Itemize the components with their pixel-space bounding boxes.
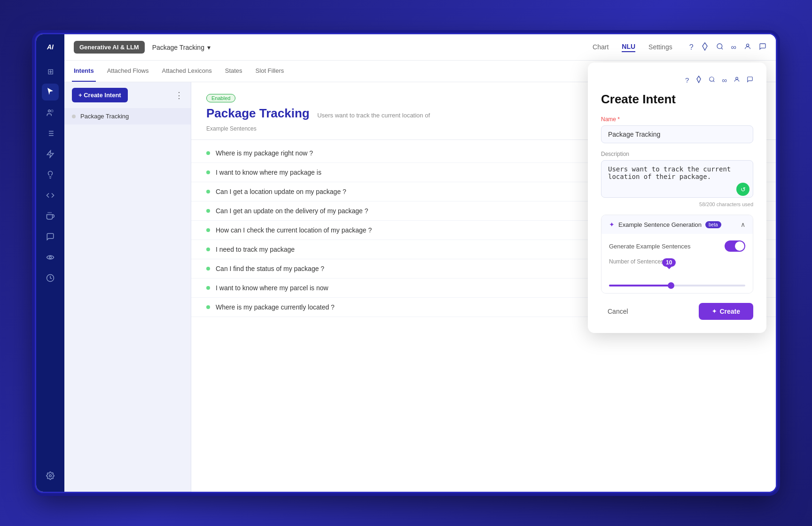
sidebar-item-people[interactable] xyxy=(42,104,59,121)
modal-footer: Cancel ✦ Create xyxy=(601,303,753,320)
user-icon[interactable] xyxy=(744,43,751,52)
intent-description: Users want to track the current location… xyxy=(317,112,430,119)
sidebar-item-wave[interactable] xyxy=(42,249,59,266)
slider-thumb[interactable] xyxy=(668,282,674,289)
esg-header[interactable]: ✦ Example Sentence Generation beta ∧ xyxy=(601,215,753,234)
list-item[interactable]: Package Tracking xyxy=(64,108,191,124)
sparkle-icon: ✦ xyxy=(609,221,615,228)
description-form-group: Description Users want to track the curr… xyxy=(601,151,753,207)
tab-attached-flows[interactable]: Attached Flows xyxy=(105,61,151,82)
cancel-button[interactable]: Cancel xyxy=(601,303,635,320)
sidebar-logo: AI xyxy=(47,42,54,52)
modal-infinity-icon[interactable]: ∞ xyxy=(722,76,727,84)
tab-slot-fillers[interactable]: Slot Fillers xyxy=(254,61,286,82)
generate-label: Generate Example Sentences xyxy=(609,243,690,250)
message-icon[interactable] xyxy=(759,43,766,52)
modal-search-icon[interactable] xyxy=(709,76,715,84)
modal-diamond-icon[interactable] xyxy=(695,76,702,85)
name-input[interactable] xyxy=(601,125,753,143)
sentence-text: I want to know where my package is xyxy=(216,169,321,176)
textarea-wrapper: Users want to track the current location… xyxy=(601,160,753,200)
svg-point-14 xyxy=(49,256,52,259)
sentence-dot xyxy=(206,228,210,232)
sentence-dot xyxy=(206,209,210,213)
intent-selector-label: Package Tracking xyxy=(152,44,204,51)
create-intent-button[interactable]: + Create Intent xyxy=(72,88,128,102)
tab-states[interactable]: States xyxy=(223,61,244,82)
nav-settings[interactable]: Settings xyxy=(648,43,672,52)
sidebar-item-apps[interactable]: ⊞ xyxy=(42,63,59,80)
left-panel: + Create Intent ⋮ Package Tracking xyxy=(64,82,191,492)
esg-body: Generate Example Sentences Number of Sen… xyxy=(601,234,753,293)
navbar-icons: ? ∞ xyxy=(689,42,766,53)
modal-top-icons: ? ∞ xyxy=(601,76,753,85)
esg-section: ✦ Example Sentence Generation beta ∧ Gen… xyxy=(601,215,753,294)
slider-section: Number of Sentences 10 xyxy=(609,258,745,286)
sentence-text: Where is my package right now ? xyxy=(216,149,313,157)
intent-dot xyxy=(72,115,76,118)
sidebar-item-clock[interactable] xyxy=(42,270,59,286)
sidebar-item-bulb[interactable] xyxy=(42,166,59,183)
svg-point-17 xyxy=(717,44,722,49)
sentence-dot xyxy=(206,170,210,174)
help-icon[interactable]: ? xyxy=(689,43,694,52)
nav-nlu[interactable]: NLU xyxy=(622,43,635,52)
esg-header-left: ✦ Example Sentence Generation beta xyxy=(609,221,721,228)
sentence-text: How can I check the current location of … xyxy=(216,226,372,234)
brand-badge: Generative AI & LLM xyxy=(74,41,145,54)
refresh-icon[interactable]: ↺ xyxy=(736,183,750,196)
number-of-sentences-label: Number of Sentences xyxy=(609,258,745,265)
infinity-icon[interactable]: ∞ xyxy=(731,43,736,52)
description-textarea[interactable]: Users want to track the current location… xyxy=(601,160,753,198)
sidebar-item-brackets[interactable] xyxy=(42,187,59,204)
svg-point-0 xyxy=(48,110,51,112)
main-window: AI ⊞ xyxy=(35,33,777,493)
intent-name: Package Tracking xyxy=(80,113,129,120)
chevron-up-icon[interactable]: ∧ xyxy=(741,221,745,228)
sentence-text: Can I get an update on the delivery of m… xyxy=(216,207,368,215)
navbar: Generative AI & LLM Package Tracking ▾ C… xyxy=(64,34,776,61)
slider-track[interactable] xyxy=(609,285,745,286)
sidebar: AI ⊞ xyxy=(36,34,64,492)
create-button[interactable]: ✦ Create xyxy=(699,303,753,320)
more-options-button[interactable]: ⋮ xyxy=(175,90,183,101)
diamond-icon[interactable] xyxy=(701,42,709,53)
sidebar-item-chat[interactable] xyxy=(42,228,59,245)
name-label: Name * xyxy=(601,116,753,123)
sidebar-item-gear[interactable] xyxy=(42,467,59,484)
sentence-text: I want to know where my parcel is now xyxy=(216,284,328,292)
modal-help-icon[interactable]: ? xyxy=(685,76,689,84)
svg-point-22 xyxy=(736,77,738,79)
toggle-knob xyxy=(735,241,744,251)
description-label: Description xyxy=(601,151,753,157)
svg-point-16 xyxy=(49,475,52,477)
left-panel-header: + Create Intent ⋮ xyxy=(64,82,191,108)
sentence-text: Can I find the status of my package ? xyxy=(216,265,324,272)
sentence-dot xyxy=(206,286,210,290)
sidebar-item-bolt[interactable] xyxy=(42,146,59,162)
generate-toggle[interactable] xyxy=(725,240,745,252)
sentence-dot xyxy=(206,248,210,251)
sentence-text: Can I get a location update on my packag… xyxy=(216,188,346,195)
svg-line-21 xyxy=(713,81,715,82)
sentence-dot xyxy=(206,190,210,193)
modal-message-icon[interactable] xyxy=(747,76,753,84)
sidebar-item-export[interactable] xyxy=(42,208,59,224)
tab-intents[interactable]: Intents xyxy=(72,61,96,82)
modal-user-icon[interactable] xyxy=(734,76,740,84)
intent-selector[interactable]: Package Tracking ▾ xyxy=(152,44,211,51)
chevron-down-icon: ▾ xyxy=(207,44,211,51)
sparkle-icon: ✦ xyxy=(712,308,717,315)
sentence-text: I need to track my package xyxy=(216,246,295,253)
sentence-text: Where is my package currently located ? xyxy=(216,303,335,311)
slider-fill xyxy=(609,285,671,286)
search-icon[interactable] xyxy=(716,43,724,52)
nav-chart[interactable]: Chart xyxy=(593,43,609,52)
sidebar-item-cursor[interactable] xyxy=(42,84,59,101)
tab-attached-lexicons[interactable]: Attached Lexicons xyxy=(160,61,214,82)
modal-title: Create Intent xyxy=(601,92,753,107)
intent-title: Package Tracking xyxy=(206,106,310,120)
sidebar-item-list[interactable] xyxy=(42,125,59,142)
svg-marker-8 xyxy=(47,151,54,158)
intent-list: Package Tracking xyxy=(64,108,191,492)
